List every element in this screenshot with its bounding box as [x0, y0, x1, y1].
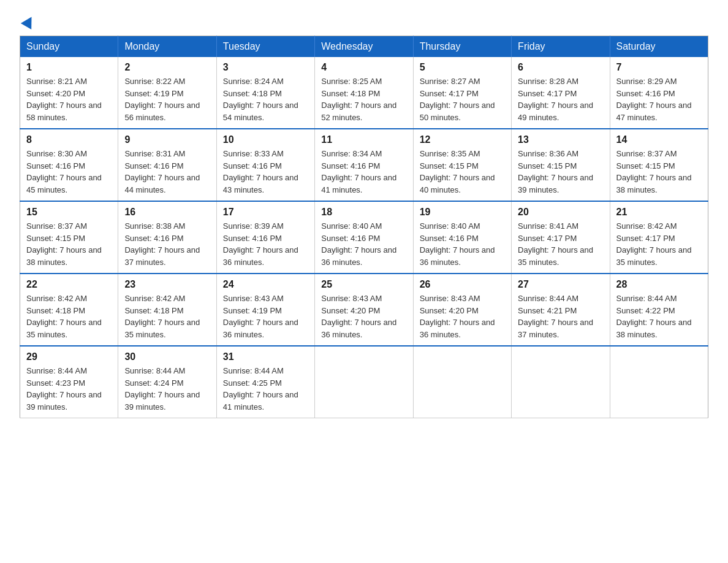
calendar-cell: 31 Sunrise: 8:44 AMSunset: 4:25 PMDaylig… [216, 346, 314, 418]
day-number: 12 [420, 134, 505, 145]
day-number: 20 [518, 207, 603, 218]
day-info: Sunrise: 8:38 AMSunset: 4:16 PMDaylight:… [124, 221, 200, 267]
day-info: Sunrise: 8:44 AMSunset: 4:21 PMDaylight:… [518, 294, 593, 339]
day-info: Sunrise: 8:36 AMSunset: 4:15 PMDaylight:… [518, 149, 593, 194]
calendar-cell: 15 Sunrise: 8:37 AMSunset: 4:15 PMDaylig… [20, 201, 118, 274]
day-info: Sunrise: 8:21 AMSunset: 4:20 PMDaylight:… [26, 77, 102, 122]
day-number: 4 [321, 62, 406, 73]
day-info: Sunrise: 8:44 AMSunset: 4:24 PMDaylight:… [124, 366, 200, 412]
calendar-cell: 19 Sunrise: 8:40 AMSunset: 4:16 PMDaylig… [413, 201, 511, 274]
calendar-cell: 11 Sunrise: 8:34 AMSunset: 4:16 PMDaylig… [315, 129, 413, 201]
day-info: Sunrise: 8:43 AMSunset: 4:19 PMDaylight:… [223, 294, 298, 339]
day-info: Sunrise: 8:42 AMSunset: 4:17 PMDaylight:… [616, 221, 692, 267]
calendar-cell: 17 Sunrise: 8:39 AMSunset: 4:16 PMDaylig… [216, 201, 314, 274]
calendar-week-row: 1 Sunrise: 8:21 AMSunset: 4:20 PMDayligh… [20, 57, 708, 129]
weekday-header-thursday: Thursday [413, 36, 511, 58]
calendar-cell [512, 346, 610, 418]
day-number: 6 [518, 62, 603, 73]
day-info: Sunrise: 8:35 AMSunset: 4:15 PMDaylight:… [420, 149, 495, 194]
day-info: Sunrise: 8:40 AMSunset: 4:16 PMDaylight:… [321, 221, 396, 267]
calendar-cell: 5 Sunrise: 8:27 AMSunset: 4:17 PMDayligh… [413, 57, 511, 129]
calendar-cell: 27 Sunrise: 8:44 AMSunset: 4:21 PMDaylig… [512, 274, 610, 346]
day-info: Sunrise: 8:24 AMSunset: 4:18 PMDaylight:… [223, 77, 298, 122]
day-info: Sunrise: 8:31 AMSunset: 4:16 PMDaylight:… [124, 149, 200, 194]
day-number: 23 [124, 279, 210, 290]
day-info: Sunrise: 8:44 AMSunset: 4:25 PMDaylight:… [223, 366, 298, 412]
weekday-header-row: SundayMondayTuesdayWednesdayThursdayFrid… [20, 36, 708, 58]
day-info: Sunrise: 8:42 AMSunset: 4:18 PMDaylight:… [124, 294, 200, 339]
header [20, 15, 708, 28]
day-number: 28 [616, 279, 702, 290]
calendar-cell: 10 Sunrise: 8:33 AMSunset: 4:16 PMDaylig… [216, 129, 314, 201]
calendar-cell: 22 Sunrise: 8:42 AMSunset: 4:18 PMDaylig… [20, 274, 118, 346]
day-info: Sunrise: 8:33 AMSunset: 4:16 PMDaylight:… [223, 149, 298, 194]
calendar-cell: 3 Sunrise: 8:24 AMSunset: 4:18 PMDayligh… [216, 57, 314, 129]
day-number: 18 [321, 207, 406, 218]
day-info: Sunrise: 8:41 AMSunset: 4:17 PMDaylight:… [518, 221, 593, 267]
weekday-header-wednesday: Wednesday [315, 36, 413, 58]
day-number: 16 [124, 207, 210, 218]
calendar-cell: 26 Sunrise: 8:43 AMSunset: 4:20 PMDaylig… [413, 274, 511, 346]
logo-blue-text [20, 17, 34, 28]
day-info: Sunrise: 8:37 AMSunset: 4:15 PMDaylight:… [616, 149, 692, 194]
day-number: 31 [223, 351, 308, 362]
day-number: 7 [616, 62, 702, 73]
day-info: Sunrise: 8:27 AMSunset: 4:17 PMDaylight:… [420, 77, 495, 122]
day-number: 15 [26, 207, 112, 218]
day-info: Sunrise: 8:44 AMSunset: 4:23 PMDaylight:… [26, 366, 102, 412]
day-number: 2 [124, 62, 210, 73]
day-number: 9 [124, 134, 210, 145]
day-number: 25 [321, 279, 406, 290]
calendar-cell: 28 Sunrise: 8:44 AMSunset: 4:22 PMDaylig… [610, 274, 708, 346]
calendar-week-row: 22 Sunrise: 8:42 AMSunset: 4:18 PMDaylig… [20, 274, 708, 346]
calendar-cell: 13 Sunrise: 8:36 AMSunset: 4:15 PMDaylig… [512, 129, 610, 201]
day-number: 19 [420, 207, 505, 218]
day-number: 1 [26, 62, 112, 73]
calendar-cell: 25 Sunrise: 8:43 AMSunset: 4:20 PMDaylig… [315, 274, 413, 346]
day-info: Sunrise: 8:25 AMSunset: 4:18 PMDaylight:… [321, 77, 396, 122]
weekday-header-sunday: Sunday [20, 36, 118, 58]
calendar-cell: 2 Sunrise: 8:22 AMSunset: 4:19 PMDayligh… [118, 57, 216, 129]
calendar-cell: 8 Sunrise: 8:30 AMSunset: 4:16 PMDayligh… [20, 129, 118, 201]
calendar-cell: 14 Sunrise: 8:37 AMSunset: 4:15 PMDaylig… [610, 129, 708, 201]
day-number: 27 [518, 279, 603, 290]
day-number: 3 [223, 62, 308, 73]
day-info: Sunrise: 8:22 AMSunset: 4:19 PMDaylight:… [124, 77, 200, 122]
day-info: Sunrise: 8:39 AMSunset: 4:16 PMDaylight:… [223, 221, 298, 267]
calendar-cell: 4 Sunrise: 8:25 AMSunset: 4:18 PMDayligh… [315, 57, 413, 129]
day-info: Sunrise: 8:34 AMSunset: 4:16 PMDaylight:… [321, 149, 396, 194]
day-number: 5 [420, 62, 505, 73]
day-number: 26 [420, 279, 505, 290]
calendar-cell: 12 Sunrise: 8:35 AMSunset: 4:15 PMDaylig… [413, 129, 511, 201]
day-number: 14 [616, 134, 702, 145]
calendar-cell: 29 Sunrise: 8:44 AMSunset: 4:23 PMDaylig… [20, 346, 118, 418]
day-info: Sunrise: 8:42 AMSunset: 4:18 PMDaylight:… [26, 294, 102, 339]
calendar-cell: 16 Sunrise: 8:38 AMSunset: 4:16 PMDaylig… [118, 201, 216, 274]
day-info: Sunrise: 8:43 AMSunset: 4:20 PMDaylight:… [420, 294, 495, 339]
day-info: Sunrise: 8:29 AMSunset: 4:16 PMDaylight:… [616, 77, 692, 122]
weekday-header-friday: Friday [512, 36, 610, 58]
calendar-table: SundayMondayTuesdayWednesdayThursdayFrid… [20, 36, 708, 418]
calendar-cell: 23 Sunrise: 8:42 AMSunset: 4:18 PMDaylig… [118, 274, 216, 346]
weekday-header-saturday: Saturday [610, 36, 708, 58]
day-info: Sunrise: 8:40 AMSunset: 4:16 PMDaylight:… [420, 221, 495, 267]
calendar-cell: 24 Sunrise: 8:43 AMSunset: 4:19 PMDaylig… [216, 274, 314, 346]
calendar-cell: 30 Sunrise: 8:44 AMSunset: 4:24 PMDaylig… [118, 346, 216, 418]
calendar-cell: 7 Sunrise: 8:29 AMSunset: 4:16 PMDayligh… [610, 57, 708, 129]
day-number: 11 [321, 134, 406, 145]
calendar-week-row: 15 Sunrise: 8:37 AMSunset: 4:15 PMDaylig… [20, 201, 708, 274]
day-info: Sunrise: 8:30 AMSunset: 4:16 PMDaylight:… [26, 149, 102, 194]
weekday-header-monday: Monday [118, 36, 216, 58]
day-info: Sunrise: 8:44 AMSunset: 4:22 PMDaylight:… [616, 294, 692, 339]
logo-triangle-icon [21, 13, 37, 29]
day-info: Sunrise: 8:37 AMSunset: 4:15 PMDaylight:… [26, 221, 102, 267]
calendar-cell: 1 Sunrise: 8:21 AMSunset: 4:20 PMDayligh… [20, 57, 118, 129]
day-number: 24 [223, 279, 308, 290]
day-number: 21 [616, 207, 702, 218]
day-number: 30 [124, 351, 210, 362]
calendar-cell [610, 346, 708, 418]
day-number: 8 [26, 134, 112, 145]
calendar-cell: 6 Sunrise: 8:28 AMSunset: 4:17 PMDayligh… [512, 57, 610, 129]
day-number: 22 [26, 279, 112, 290]
calendar-week-row: 29 Sunrise: 8:44 AMSunset: 4:23 PMDaylig… [20, 346, 708, 418]
